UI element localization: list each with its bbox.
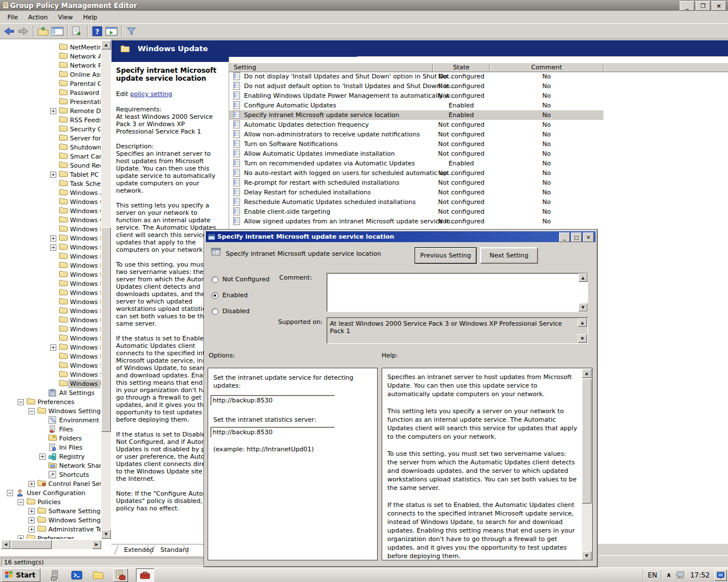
- setting-row[interactable]: Delay Restart for scheduled installation…: [229, 188, 728, 197]
- expand-plus-icon[interactable]: +: [50, 108, 56, 114]
- setting-row[interactable]: Re-prompt for restart with scheduled ins…: [229, 178, 728, 188]
- tree-item[interactable]: Network Ac: [0, 52, 101, 61]
- setting-row[interactable]: Turn on recommended updates via Automati…: [229, 159, 728, 168]
- help-icon[interactable]: ?: [90, 25, 104, 38]
- export-list-icon[interactable]: [71, 25, 84, 38]
- tree-vscroll-thumb[interactable]: [101, 227, 111, 432]
- server-manager-icon[interactable]: [48, 569, 62, 581]
- tree-item[interactable]: +x="0 0 15 12">Control Panel Settin: [0, 479, 101, 488]
- tab-standard[interactable]: Standard: [155, 546, 195, 556]
- collapse-minus-icon[interactable]: −: [18, 399, 24, 405]
- collapse-minus-icon[interactable]: −: [7, 490, 13, 496]
- collapse-minus-icon[interactable]: −: [18, 499, 24, 505]
- radio-disabled[interactable]: [212, 308, 218, 315]
- column-header-comment[interactable]: Comment: [490, 63, 603, 72]
- powershell-icon[interactable]: [70, 569, 84, 581]
- setting-row[interactable]: Turn on Software NotificationsNot config…: [229, 139, 728, 149]
- gp-editor-icon[interactable]: [136, 568, 154, 582]
- tree-item[interactable]: Shutdown O: [0, 143, 101, 152]
- start-button[interactable]: Start: [1, 568, 40, 582]
- tree-item[interactable]: Windows Up: [0, 379, 101, 388]
- expand-plus-icon[interactable]: +: [28, 517, 35, 523]
- dialog-titlebar[interactable]: Specify intranet Microsoft update servic…: [206, 231, 595, 242]
- tree-item[interactable]: Server for N: [0, 134, 101, 143]
- new-window-icon[interactable]: [105, 25, 118, 38]
- explorer-icon[interactable]: [92, 569, 105, 581]
- tree-item[interactable]: Windows Si: [0, 361, 101, 370]
- statistics-server-input[interactable]: [210, 427, 335, 438]
- expand-plus-icon[interactable]: +: [50, 344, 56, 351]
- restore-button[interactable]: ❐: [696, 1, 710, 11]
- back-icon[interactable]: [2, 25, 16, 38]
- tree-item[interactable]: Windows Me: [0, 306, 101, 315]
- menu-file[interactable]: File: [2, 12, 23, 23]
- tree-item[interactable]: Windows Co: [0, 206, 101, 215]
- tree-item[interactable]: Windows Po: [0, 325, 101, 334]
- tree-item[interactable]: NetMeeting: [0, 43, 101, 52]
- dialog-maximize-button[interactable]: □: [571, 232, 582, 242]
- expand-plus-icon[interactable]: +: [18, 535, 24, 539]
- tree-item[interactable]: Windows Cu: [0, 215, 101, 225]
- tree-item[interactable]: +Windows Re: [0, 343, 101, 352]
- expand-plus-icon[interactable]: +: [39, 454, 46, 460]
- column-header-setting[interactable]: Setting: [234, 63, 256, 72]
- help-scroll-up-icon[interactable]: ▲: [582, 369, 592, 378]
- tree-item[interactable]: Password S: [0, 88, 101, 97]
- tree-item[interactable]: Task Schedu: [0, 179, 101, 188]
- show-desktop-button[interactable]: [714, 569, 727, 581]
- expand-plus-icon[interactable]: +: [28, 508, 35, 514]
- scroll-left-icon[interactable]: ◀: [1, 540, 10, 549]
- language-indicator[interactable]: EN: [648, 571, 657, 579]
- setting-row[interactable]: Do not adjust default option to 'Install…: [229, 81, 728, 91]
- setting-row[interactable]: Configure Automatic UpdatesEnabledNo: [229, 101, 728, 110]
- column-header-state[interactable]: State: [433, 63, 490, 72]
- forward-icon[interactable]: [16, 25, 30, 38]
- expand-plus-icon[interactable]: +: [28, 526, 35, 533]
- tree-item[interactable]: +Preferences: [0, 534, 101, 539]
- tree-item[interactable]: RSS Feeds: [0, 115, 101, 124]
- tree-item[interactable]: +Windows Er: [0, 234, 101, 243]
- radio-not-configured[interactable]: [212, 276, 218, 283]
- tree-item[interactable]: Network Pro: [0, 61, 101, 70]
- setting-row[interactable]: Do not display 'Install Updates and Shut…: [229, 72, 728, 81]
- tree-item[interactable]: +Windows Ex: [0, 243, 101, 252]
- tree-item[interactable]: Online Assis: [0, 70, 101, 79]
- previous-setting-button[interactable]: Previous Setting: [415, 247, 477, 264]
- intranet-service-input[interactable]: [210, 395, 335, 406]
- tree-item[interactable]: +Windows Settings: [0, 516, 101, 525]
- setting-row[interactable]: Specify intranet Microsoft update servic…: [229, 110, 728, 120]
- minimize-button[interactable]: _: [680, 1, 694, 11]
- network-icon[interactable]: [676, 571, 685, 579]
- setting-row[interactable]: Allow non-administrators to receive upda…: [229, 130, 728, 139]
- tree-item[interactable]: Windows Sy: [0, 370, 101, 379]
- tree-item[interactable]: x="0 0 15 12">Folders: [0, 434, 101, 443]
- tree-item[interactable]: Windows Me: [0, 288, 101, 297]
- scroll-down-icon[interactable]: ▼: [101, 530, 111, 539]
- comment-scroll-down-icon[interactable]: ▼: [578, 303, 588, 311]
- console-tree-icon[interactable]: [51, 25, 64, 38]
- gpmc-icon[interactable]: [113, 568, 128, 582]
- tree-item[interactable]: Windows An: [0, 188, 101, 197]
- expand-plus-icon[interactable]: +: [50, 235, 56, 242]
- tree-item[interactable]: Windows Re: [0, 334, 101, 343]
- help-scrollbar[interactable]: ▲ ▼: [582, 369, 592, 560]
- expand-plus-icon[interactable]: +: [50, 244, 56, 251]
- tree-item[interactable]: −User Configuration: [0, 488, 101, 497]
- filter-icon[interactable]: [125, 25, 138, 38]
- supported-scroll-up-icon[interactable]: ▲: [578, 318, 587, 327]
- tree-item[interactable]: Security Ce: [0, 124, 101, 134]
- tree-item[interactable]: −Preferences: [0, 397, 101, 406]
- scroll-right-icon[interactable]: ▶: [92, 540, 101, 549]
- dialog-close-button[interactable]: ✕: [583, 232, 594, 242]
- help-scroll-down-icon[interactable]: ▼: [582, 551, 592, 560]
- comment-scroll-up-icon[interactable]: ▲: [578, 273, 588, 282]
- collapse-minus-icon[interactable]: −: [28, 408, 35, 414]
- expand-plus-icon[interactable]: +: [50, 172, 56, 178]
- clock[interactable]: 17:52: [690, 571, 710, 579]
- tree-item[interactable]: Smart Card: [0, 152, 101, 161]
- tree-item[interactable]: −Policies: [0, 497, 101, 506]
- tree-item[interactable]: All Settings: [0, 388, 101, 397]
- tree-item[interactable]: +Software Settings: [0, 506, 101, 516]
- setting-row[interactable]: Reschedule Automatic Updates scheduled i…: [229, 197, 728, 207]
- tree-item[interactable]: Ini Files: [0, 443, 101, 452]
